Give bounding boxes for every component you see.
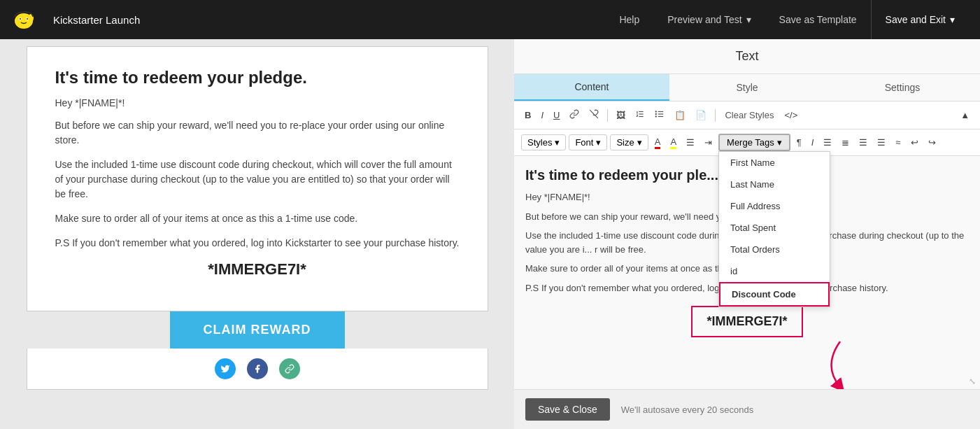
email-preview-merge-code: *IMMERGE7I* [55,260,460,279]
chevron-down-icon: ▾ [950,14,955,25]
chevron-down-icon: ▾ [555,137,560,148]
copy-format-button[interactable]: 📋 [671,108,689,122]
chevron-down-icon: ▾ [637,137,642,148]
merge-tag-total-orders[interactable]: Total Orders [719,239,830,260]
paste-format-button[interactable]: 📄 [692,108,710,122]
toolbar-row2: Styles ▾ Font ▾ Size ▾ A A ☰ ⇥ Merge Tag… [514,129,980,156]
svg-point-4 [27,18,28,20]
merge-tag-total-spent[interactable]: Total Spent [719,217,830,239]
align-right-button[interactable]: ☰ [855,135,871,150]
twitter-icon[interactable] [215,358,236,379]
merge-tag-last-name[interactable]: Last Name [719,174,830,195]
main-container: It's time to redeem your pledge. Hey *|F… [0,39,980,429]
tab-content[interactable]: Content [514,74,669,101]
toolbar-row1: B I U 🖼 📋 📄 Clear Styles </> ▲ [514,101,980,129]
merge-tag-discount-code[interactable]: Discount Code [719,282,830,307]
collapse-button[interactable]: ▲ [957,108,973,122]
svg-point-3 [20,18,21,20]
email-preview-para1: But before we can ship your reward, we'l… [55,118,460,148]
svg-point-14 [656,113,657,114]
toolbar-separator [607,109,608,122]
email-preview-greeting: Hey *|FNAME|*! [55,97,460,108]
resize-handle-icon[interactable]: ⤡ [969,377,976,386]
link-button[interactable] [566,107,583,123]
email-footer [27,349,488,390]
paragraph-button[interactable]: ¶ [793,135,805,150]
email-card: It's time to redeem your pledge. Hey *|F… [27,46,488,311]
font-dropdown[interactable]: Font ▾ [569,134,607,150]
email-preview-para3: Make sure to order all of your items at … [55,211,460,226]
redo-button[interactable]: ↪ [925,135,939,150]
font-color-button[interactable]: A [651,134,665,151]
save-exit-button[interactable]: Save and Exit ▾ [871,0,969,39]
underline-button[interactable]: U [550,108,563,122]
save-close-button[interactable]: Save & Close [525,398,610,421]
email-preview-para4: P.S If you don't remember what you order… [55,236,460,251]
tab-style[interactable]: Style [669,74,825,101]
email-preview-title: It's time to redeem your pledge. [55,68,460,87]
merge-tags-button[interactable]: Merge Tags ▾ [718,134,790,151]
campaign-title: Kickstarter Launch [53,14,594,26]
merge-tags-container: Merge Tags ▾ First Name Last Name Full A… [718,134,790,151]
italic2-button[interactable]: I [808,135,818,150]
toolbar-separator2 [715,109,716,122]
mailchimp-logo-icon [11,7,36,32]
editor-merge-code: *IMMERGE7I* [691,306,802,337]
align-justify-button[interactable]: ☰ [874,135,889,150]
link-icon[interactable] [279,358,300,379]
styles-dropdown[interactable]: Styles ▾ [521,134,566,150]
merge-tags-dropdown: First Name Last Name Full Address Total … [718,151,830,307]
annotation-arrow [819,338,861,389]
autosave-text: We'll autosave every 20 seconds [621,405,753,415]
svg-point-15 [656,116,657,117]
code-button[interactable]: </> [781,108,801,122]
facebook-icon[interactable] [247,358,268,379]
block-button[interactable]: ☰ [683,135,698,150]
align-center-button[interactable]: ≣ [838,135,853,150]
chevron-down-icon: ▾ [746,14,751,25]
merge-tag-id[interactable]: id [719,260,830,282]
tab-settings[interactable]: Settings [825,74,980,101]
email-preview-panel: It's time to redeem your pledge. Hey *|F… [0,39,514,429]
align-left-button[interactable]: ☰ [820,135,835,150]
special-char-button[interactable]: ≈ [892,135,904,150]
svg-point-13 [656,111,657,112]
size-dropdown[interactable]: Size ▾ [610,134,648,150]
image-button[interactable]: 🖼 [613,108,629,122]
toolbar-right-icons: ▲ [957,108,973,122]
undo-button[interactable]: ↩ [907,135,922,150]
ordered-list-button[interactable] [632,107,648,123]
unlink-button[interactable] [585,107,602,123]
editor-panel-title: Text [514,39,980,74]
preview-test-button[interactable]: Preview and Test ▾ [653,0,765,39]
unordered-list-button[interactable] [651,107,668,123]
editor-footer: Save & Close We'll autosave every 20 sec… [514,389,980,429]
save-template-button[interactable]: Save as Template [765,0,871,39]
clear-styles-button[interactable]: Clear Styles [720,108,778,122]
help-button[interactable]: Help [605,0,653,39]
editor-tabs: Content Style Settings [514,74,980,101]
merge-tag-first-name[interactable]: First Name [719,152,830,174]
merge-tag-full-address[interactable]: Full Address [719,195,830,217]
email-preview-para2: Use the included 1-time use discount cod… [55,157,460,202]
chevron-down-icon: ▾ [777,137,782,148]
highlight-button[interactable]: A [667,134,680,151]
indent-button[interactable]: ⇥ [701,135,716,150]
bold-button[interactable]: B [521,108,534,122]
claim-reward-button[interactable]: CLAIM REWARD [170,311,345,349]
nav-actions: Help Preview and Test ▾ Save as Template… [605,0,969,39]
top-nav: Kickstarter Launch Help Preview and Test… [0,0,980,39]
editor-panel: Text Content Style Settings B I U [514,39,980,429]
italic-button[interactable]: I [537,108,547,122]
chevron-down-icon: ▾ [596,137,601,148]
